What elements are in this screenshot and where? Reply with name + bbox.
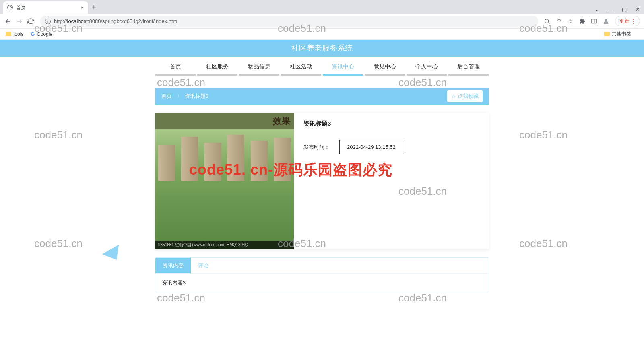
- breadcrumb-home[interactable]: 首页: [161, 93, 172, 100]
- site-header: 社区养老服务系统: [0, 40, 644, 57]
- breadcrumb: 首页 / 资讯标题3 ☆ 点我收藏: [155, 88, 489, 105]
- update-button[interactable]: 更新⋮: [615, 16, 640, 26]
- info-icon[interactable]: i: [45, 19, 51, 24]
- watermark: code51.cn: [398, 76, 447, 89]
- article-title: 资讯标题3: [303, 120, 479, 128]
- bookmark-google[interactable]: GGoogle: [31, 31, 52, 37]
- bookmark-tools[interactable]: tools: [6, 31, 23, 37]
- breadcrumb-current: 资讯标题3: [185, 93, 208, 100]
- article-image: 9351651 红动中国 (www.redocn.com) HMQ1804Q: [155, 113, 294, 249]
- watermark: code51.cn: [34, 129, 83, 141]
- search-icon[interactable]: [544, 18, 550, 25]
- nav-personal[interactable]: 个人中心: [407, 63, 447, 76]
- main-nav: 首页 社区服务 物品信息 社区活动 资讯中心 意见中心 个人中心 后台管理: [0, 57, 644, 76]
- close-icon[interactable]: ×: [80, 4, 84, 11]
- star-icon: ☆: [451, 93, 456, 99]
- tab-comment[interactable]: 评论: [191, 258, 216, 273]
- cursor-icon: [102, 245, 125, 265]
- favorite-button[interactable]: ☆ 点我收藏: [447, 90, 483, 102]
- watermark: code51.cn: [34, 237, 83, 250]
- nav-activity[interactable]: 社区活动: [281, 63, 321, 76]
- nav-feedback[interactable]: 意见中心: [365, 63, 405, 76]
- svg-point-3: [605, 19, 607, 21]
- extensions-icon[interactable]: [579, 18, 585, 24]
- folder-icon: [6, 32, 11, 36]
- tab-body: 资讯内容3: [155, 273, 489, 292]
- breadcrumb-separator: /: [178, 93, 179, 99]
- publish-row: 发布时间： 2022-04-29 13:15:52: [303, 140, 479, 154]
- article-detail: 9351651 红动中国 (www.redocn.com) HMQ1804Q 资…: [155, 113, 489, 249]
- back-button[interactable]: [4, 17, 12, 25]
- nav-service[interactable]: 社区服务: [197, 63, 237, 76]
- google-icon: G: [31, 31, 35, 37]
- nav-admin[interactable]: 后台管理: [448, 63, 489, 76]
- window-controls: ⌄ — ▢ ✕: [594, 6, 644, 14]
- bookmark-other[interactable]: 其他书签: [604, 31, 631, 37]
- watermark: code51.cn: [157, 292, 205, 304]
- bookmarks-bar: tools GGoogle 其他书签: [0, 29, 644, 40]
- article-info: 资讯标题3 发布时间： 2022-04-29 13:15:52: [294, 113, 489, 249]
- globe-icon: [7, 5, 13, 10]
- favorite-label: 点我收藏: [458, 93, 479, 100]
- folder-icon: [604, 32, 610, 36]
- svg-point-0: [545, 19, 549, 23]
- nav-home[interactable]: 首页: [155, 63, 196, 76]
- star-icon[interactable]: ☆: [568, 17, 574, 25]
- publish-label: 发布时间：: [303, 144, 330, 151]
- image-credit: 9351651 红动中国 (www.redocn.com) HMQ1804Q: [155, 241, 294, 249]
- url-input[interactable]: i http://localhost:8080/springboot654g2/…: [40, 16, 538, 27]
- publish-time: 2022-04-29 13:15:52: [339, 140, 403, 154]
- minimize-icon[interactable]: —: [608, 6, 613, 12]
- tab-header: 资讯内容 评论: [155, 258, 489, 273]
- nav-goods[interactable]: 物品信息: [239, 63, 279, 76]
- new-tab-button[interactable]: +: [92, 3, 96, 14]
- forward-button[interactable]: [15, 17, 23, 25]
- profile-icon[interactable]: [603, 18, 609, 25]
- share-icon[interactable]: [556, 18, 562, 25]
- maximize-icon[interactable]: ▢: [622, 6, 627, 12]
- watermark: code51.cn: [519, 129, 568, 141]
- close-window-icon[interactable]: ✕: [636, 6, 640, 12]
- content-area: 首页 / 资讯标题3 ☆ 点我收藏 9351651 红动中国 (www.redo…: [155, 88, 489, 292]
- sidepanel-icon[interactable]: [591, 18, 597, 24]
- svg-rect-1: [592, 19, 596, 23]
- watermark: code51.cn: [398, 292, 447, 304]
- tab-content[interactable]: 资讯内容: [155, 258, 191, 273]
- address-bar: i http://localhost:8080/springboot654g2/…: [0, 14, 644, 29]
- url-text: http://localhost:8080/springboot654g2/fr…: [54, 18, 178, 24]
- watermark: code51.cn: [157, 76, 205, 89]
- browser-tab[interactable]: 首页 ×: [3, 1, 88, 14]
- tab-title: 首页: [16, 4, 26, 11]
- site-title: 社区养老服务系统: [291, 43, 353, 54]
- content-tabs: 资讯内容 评论 资讯内容3: [155, 257, 489, 292]
- chevron-down-icon[interactable]: ⌄: [594, 6, 599, 12]
- reload-button[interactable]: [27, 17, 35, 25]
- toolbar-right: ☆ 更新⋮: [544, 16, 640, 26]
- nav-news[interactable]: 资讯中心: [323, 63, 363, 76]
- browser-tabstrip: 首页 × + ⌄ — ▢ ✕: [0, 0, 644, 14]
- watermark: code51.cn: [519, 237, 568, 250]
